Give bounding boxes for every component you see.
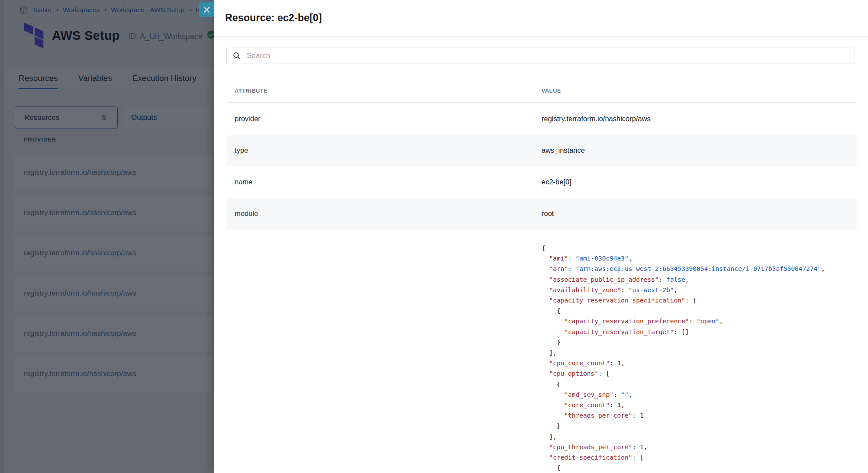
json-code-line: { — [542, 306, 857, 316]
search-box — [226, 48, 855, 64]
json-code-line: } — [542, 337, 857, 348]
json-code-line: "cpu_threads_per_core": 1, — [542, 442, 857, 452]
resource-detail-drawer: Resource: ec2-be[0] ATTRIBUTE VALUE prov… — [214, 0, 868, 473]
search-icon — [233, 52, 241, 60]
value-cell: aws_instance — [542, 146, 585, 154]
attribute-cell: module — [227, 209, 542, 218]
json-code-line: { — [542, 243, 857, 253]
attribute-cell: provider — [227, 115, 542, 123]
json-code: { "ami": "ami-830c94e3", "arn": "arn:aws… — [542, 243, 857, 473]
json-code-line: "ami": "ami-830c94e3", — [542, 253, 857, 264]
attribute-table: provider registry.terraform.io/hashicorp… — [227, 103, 857, 473]
close-icon — [203, 6, 210, 13]
value-cell: root — [542, 209, 554, 218]
table-header-attribute: ATTRIBUTE — [235, 88, 268, 94]
json-code-line: "associate_public_ip_address": false, — [542, 274, 857, 285]
json-code-line: } — [542, 421, 857, 431]
json-code-line: "capacity_reservation_target": [] — [542, 327, 857, 337]
value-cell: registry.terraform.io/hashicorp/aws — [542, 115, 651, 123]
json-code-line: { — [542, 379, 857, 389]
attribute-cell: type — [227, 146, 542, 154]
json-code-line: "capacity_reservation_specification": [ — [542, 295, 857, 306]
json-code-line: "cpu_core_count": 1, — [542, 358, 857, 368]
table-row: type aws_instance — [227, 135, 857, 166]
json-code-line: "cpu_options": [ — [542, 368, 857, 379]
close-drawer-button[interactable] — [199, 2, 214, 17]
table-row: module root — [227, 198, 857, 229]
json-code-line: ], — [542, 431, 857, 442]
json-code-line: "core_count": 1, — [542, 400, 857, 410]
value-cell: ec2-be[0] — [542, 178, 571, 186]
json-code-line: "capacity_reservation_preference": "open… — [542, 316, 857, 326]
json-code-line: { — [542, 463, 857, 473]
table-header-value: VALUE — [542, 88, 561, 94]
json-code-line: "amd_sev_snp": "", — [542, 389, 857, 400]
drawer-header-divider — [214, 36, 868, 37]
table-row: name ec2-be[0] — [227, 166, 857, 198]
drawer-title: Resource: ec2-be[0] — [225, 12, 322, 24]
json-value-row: { "ami": "ami-830c94e3", "arn": "arn:aws… — [227, 229, 857, 473]
table-row: provider registry.terraform.io/hashicorp… — [227, 103, 857, 135]
json-code-line: "arn": "arn:aws:ec2:us-west-2:6654533900… — [542, 264, 857, 274]
attribute-cell: name — [227, 178, 542, 186]
json-code-line: "credit_specification": [ — [542, 452, 857, 463]
json-code-line: "availability_zone": "us-west-2b", — [542, 285, 857, 295]
json-code-line: ], — [542, 348, 857, 358]
json-code-line: "threads_per_core": 1 — [542, 410, 857, 421]
search-input[interactable] — [246, 51, 850, 61]
